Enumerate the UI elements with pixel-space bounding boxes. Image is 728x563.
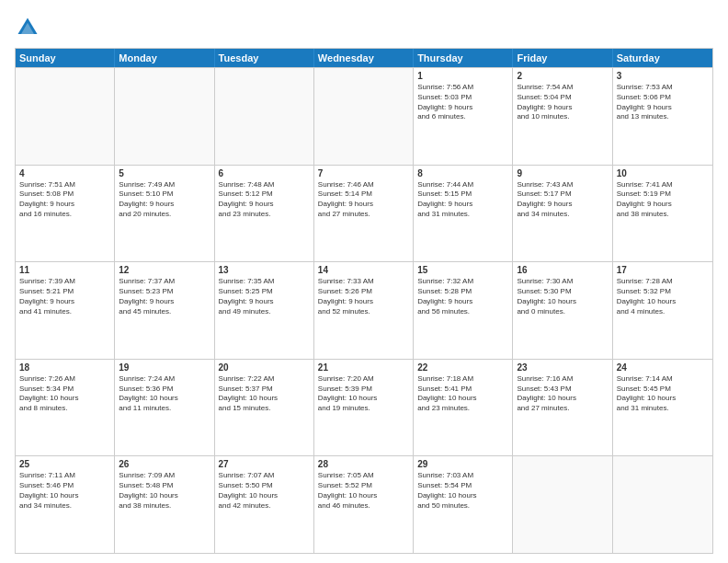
day-info: Sunrise: 7:39 AM Sunset: 5:21 PM Dayligh… xyxy=(19,277,110,316)
day-cell-16: 16Sunrise: 7:30 AM Sunset: 5:30 PM Dayli… xyxy=(513,262,612,359)
day-info: Sunrise: 7:16 AM Sunset: 5:43 PM Dayligh… xyxy=(517,374,608,414)
day-info: Sunrise: 7:56 AM Sunset: 5:03 PM Dayligh… xyxy=(417,83,508,122)
day-info: Sunrise: 7:33 AM Sunset: 5:26 PM Dayligh… xyxy=(318,277,409,316)
day-cell-29: 29Sunrise: 7:03 AM Sunset: 5:54 PM Dayli… xyxy=(414,456,513,553)
day-info: Sunrise: 7:54 AM Sunset: 5:04 PM Dayligh… xyxy=(517,83,608,122)
page: SundayMondayTuesdayWednesdayThursdayFrid… xyxy=(0,0,728,563)
day-header-thursday: Thursday xyxy=(414,49,513,67)
day-number: 7 xyxy=(318,168,409,178)
day-cell-28: 28Sunrise: 7:05 AM Sunset: 5:52 PM Dayli… xyxy=(314,456,414,553)
day-info: Sunrise: 7:14 AM Sunset: 5:45 PM Dayligh… xyxy=(617,374,709,414)
day-number: 20 xyxy=(219,362,310,373)
calendar: SundayMondayTuesdayWednesdayThursdayFrid… xyxy=(15,48,713,554)
day-number: 21 xyxy=(318,362,409,373)
day-cell-18: 18Sunrise: 7:26 AM Sunset: 5:34 PM Dayli… xyxy=(16,360,115,456)
day-number: 9 xyxy=(517,168,608,178)
day-number: 16 xyxy=(517,265,608,275)
day-number: 23 xyxy=(517,362,608,373)
day-cell-23: 23Sunrise: 7:16 AM Sunset: 5:43 PM Dayli… xyxy=(513,360,612,456)
logo xyxy=(15,15,44,40)
day-cell-20: 20Sunrise: 7:22 AM Sunset: 5:37 PM Dayli… xyxy=(215,360,314,456)
day-number: 24 xyxy=(617,362,709,373)
day-cell-25: 25Sunrise: 7:11 AM Sunset: 5:46 PM Dayli… xyxy=(16,456,115,553)
day-header-sunday: Sunday xyxy=(16,49,115,67)
day-number: 14 xyxy=(318,265,409,275)
day-info: Sunrise: 7:48 AM Sunset: 5:12 PM Dayligh… xyxy=(219,180,310,220)
day-info: Sunrise: 7:49 AM Sunset: 5:10 PM Dayligh… xyxy=(119,180,210,220)
day-info: Sunrise: 7:35 AM Sunset: 5:25 PM Dayligh… xyxy=(219,277,310,316)
day-number: 17 xyxy=(617,265,709,275)
day-info: Sunrise: 7:20 AM Sunset: 5:39 PM Dayligh… xyxy=(318,374,409,414)
day-cell-5: 5Sunrise: 7:49 AM Sunset: 5:10 PM Daylig… xyxy=(115,166,214,262)
day-info: Sunrise: 7:46 AM Sunset: 5:14 PM Dayligh… xyxy=(318,180,409,220)
empty-cell xyxy=(613,456,712,553)
week-row-5: 25Sunrise: 7:11 AM Sunset: 5:46 PM Dayli… xyxy=(16,455,712,553)
empty-cell xyxy=(215,68,314,165)
day-number: 2 xyxy=(517,71,608,81)
day-number: 19 xyxy=(119,362,210,373)
day-info: Sunrise: 7:09 AM Sunset: 5:48 PM Dayligh… xyxy=(119,471,210,511)
day-info: Sunrise: 7:43 AM Sunset: 5:17 PM Dayligh… xyxy=(517,180,608,220)
day-number: 18 xyxy=(19,362,110,373)
empty-cell xyxy=(115,68,214,165)
day-cell-21: 21Sunrise: 7:20 AM Sunset: 5:39 PM Dayli… xyxy=(314,360,414,456)
day-info: Sunrise: 7:03 AM Sunset: 5:54 PM Dayligh… xyxy=(417,471,508,511)
day-cell-19: 19Sunrise: 7:24 AM Sunset: 5:36 PM Dayli… xyxy=(115,360,214,456)
day-info: Sunrise: 7:51 AM Sunset: 5:08 PM Dayligh… xyxy=(19,180,110,220)
day-cell-7: 7Sunrise: 7:46 AM Sunset: 5:14 PM Daylig… xyxy=(314,166,414,262)
day-number: 26 xyxy=(119,459,210,469)
day-cell-3: 3Sunrise: 7:53 AM Sunset: 5:06 PM Daylig… xyxy=(613,68,712,165)
day-info: Sunrise: 7:22 AM Sunset: 5:37 PM Dayligh… xyxy=(219,374,310,414)
day-cell-6: 6Sunrise: 7:48 AM Sunset: 5:12 PM Daylig… xyxy=(215,166,314,262)
day-cell-8: 8Sunrise: 7:44 AM Sunset: 5:15 PM Daylig… xyxy=(414,166,513,262)
day-number: 10 xyxy=(617,168,709,178)
day-cell-11: 11Sunrise: 7:39 AM Sunset: 5:21 PM Dayli… xyxy=(16,262,115,359)
day-info: Sunrise: 7:24 AM Sunset: 5:36 PM Dayligh… xyxy=(119,374,210,414)
day-info: Sunrise: 7:37 AM Sunset: 5:23 PM Dayligh… xyxy=(119,277,210,316)
day-cell-9: 9Sunrise: 7:43 AM Sunset: 5:17 PM Daylig… xyxy=(513,166,612,262)
day-number: 3 xyxy=(617,71,709,81)
week-row-4: 18Sunrise: 7:26 AM Sunset: 5:34 PM Dayli… xyxy=(16,359,712,456)
empty-cell xyxy=(513,456,612,553)
day-cell-17: 17Sunrise: 7:28 AM Sunset: 5:32 PM Dayli… xyxy=(613,262,712,359)
day-number: 28 xyxy=(318,459,409,469)
day-number: 6 xyxy=(219,168,310,178)
day-header-friday: Friday xyxy=(513,49,612,67)
day-cell-22: 22Sunrise: 7:18 AM Sunset: 5:41 PM Dayli… xyxy=(414,360,513,456)
day-cell-15: 15Sunrise: 7:32 AM Sunset: 5:28 PM Dayli… xyxy=(414,262,513,359)
day-cell-26: 26Sunrise: 7:09 AM Sunset: 5:48 PM Dayli… xyxy=(115,456,214,553)
day-cell-24: 24Sunrise: 7:14 AM Sunset: 5:45 PM Dayli… xyxy=(613,360,712,456)
day-info: Sunrise: 7:53 AM Sunset: 5:06 PM Dayligh… xyxy=(617,83,709,122)
calendar-body: 1Sunrise: 7:56 AM Sunset: 5:03 PM Daylig… xyxy=(16,67,712,553)
day-number: 22 xyxy=(417,362,508,373)
day-header-saturday: Saturday xyxy=(613,49,712,67)
day-number: 5 xyxy=(119,168,210,178)
week-row-3: 11Sunrise: 7:39 AM Sunset: 5:21 PM Dayli… xyxy=(16,261,712,359)
logo-icon xyxy=(15,15,40,40)
day-number: 1 xyxy=(417,71,508,81)
day-number: 27 xyxy=(219,459,310,469)
day-info: Sunrise: 7:18 AM Sunset: 5:41 PM Dayligh… xyxy=(417,374,508,414)
day-number: 29 xyxy=(417,459,508,469)
empty-cell xyxy=(16,68,115,165)
week-row-1: 1Sunrise: 7:56 AM Sunset: 5:03 PM Daylig… xyxy=(16,67,712,165)
calendar-header-row: SundayMondayTuesdayWednesdayThursdayFrid… xyxy=(16,49,712,67)
day-cell-4: 4Sunrise: 7:51 AM Sunset: 5:08 PM Daylig… xyxy=(16,166,115,262)
day-cell-10: 10Sunrise: 7:41 AM Sunset: 5:19 PM Dayli… xyxy=(613,166,712,262)
day-header-wednesday: Wednesday xyxy=(314,49,414,67)
empty-cell xyxy=(314,68,414,165)
day-cell-13: 13Sunrise: 7:35 AM Sunset: 5:25 PM Dayli… xyxy=(215,262,314,359)
day-header-tuesday: Tuesday xyxy=(215,49,314,67)
day-number: 8 xyxy=(417,168,508,178)
day-info: Sunrise: 7:44 AM Sunset: 5:15 PM Dayligh… xyxy=(417,180,508,220)
day-cell-2: 2Sunrise: 7:54 AM Sunset: 5:04 PM Daylig… xyxy=(513,68,612,165)
day-header-monday: Monday xyxy=(115,49,214,67)
day-number: 15 xyxy=(417,265,508,275)
day-info: Sunrise: 7:28 AM Sunset: 5:32 PM Dayligh… xyxy=(617,277,709,316)
day-info: Sunrise: 7:30 AM Sunset: 5:30 PM Dayligh… xyxy=(517,277,608,316)
day-info: Sunrise: 7:07 AM Sunset: 5:50 PM Dayligh… xyxy=(219,471,310,511)
day-number: 4 xyxy=(19,168,110,178)
day-cell-14: 14Sunrise: 7:33 AM Sunset: 5:26 PM Dayli… xyxy=(314,262,414,359)
day-cell-1: 1Sunrise: 7:56 AM Sunset: 5:03 PM Daylig… xyxy=(414,68,513,165)
day-number: 25 xyxy=(19,459,110,469)
